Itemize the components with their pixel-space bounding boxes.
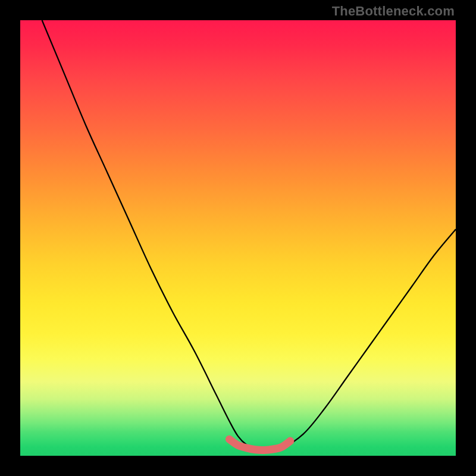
curve-path: [42, 20, 456, 450]
plot-area: [20, 20, 456, 456]
highlight-path: [229, 439, 290, 450]
valley-highlight: [229, 439, 290, 450]
watermark-text: TheBottleneck.com: [332, 4, 455, 19]
curve-layer: [20, 20, 456, 456]
bottleneck-curve: [42, 20, 456, 450]
chart-frame: TheBottleneck.com: [0, 0, 476, 476]
